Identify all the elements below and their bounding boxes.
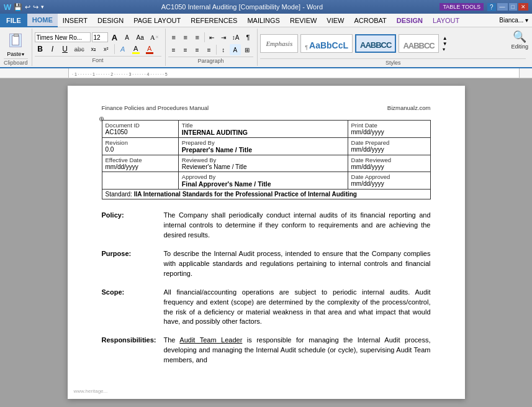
highlight-color-button[interactable]: A — [130, 43, 142, 55]
menu-mailings[interactable]: MAILINGS — [242, 14, 285, 27]
menu-references[interactable]: REFERENCES — [186, 14, 242, 27]
date-reviewed-value: mm/dd/yyyy — [351, 163, 427, 170]
underline-button[interactable]: U — [60, 43, 71, 55]
date-approved-value: mm/dd/yyyy — [351, 180, 427, 187]
font-name-input[interactable] — [35, 32, 91, 42]
table-row: Effective Date mm/dd/yyyy Reviewed By Re… — [102, 155, 430, 172]
reviewed-by-label: Reviewed By — [182, 157, 345, 163]
policy-text: The Company shall periodically conduct i… — [164, 211, 431, 240]
borders-button[interactable]: ⊞ — [241, 44, 253, 55]
align-center-button[interactable]: ≡ — [180, 44, 191, 55]
help-button[interactable]: ? — [487, 3, 496, 11]
paragraph-group: ≡ ≡ ≡ ⇤ ⇥ ↕A ¶ ≡ ≡ ≡ ≡ ↕ A ⊞ Paragraph — [166, 29, 258, 66]
table-cell: Date Approved mm/dd/yyyy — [348, 172, 430, 190]
align-right-button[interactable]: ≡ — [192, 44, 203, 55]
clear-format-button[interactable]: A✕ — [148, 32, 161, 42]
date-prepared-label: Date Prepared — [351, 139, 427, 146]
menu-acrobat[interactable]: ACROBAT — [349, 14, 391, 27]
date-reviewed-label: Date Reviewed — [351, 157, 427, 163]
close-button[interactable]: ✕ — [518, 3, 528, 11]
paste-button[interactable]: Paste ▾ — [6, 30, 25, 57]
style-emphasis[interactable]: Emphasis — [260, 34, 298, 53]
effective-date-label: Effective Date — [106, 157, 175, 163]
strikethrough-button[interactable]: abc — [72, 43, 87, 55]
ribbon: Paste ▾ Clipboard A A Aa A✕ B I U — [0, 27, 532, 68]
document-area[interactable]: Finance Policies and Procedures Manual B… — [0, 78, 532, 407]
file-menu-button[interactable]: FILE — [0, 14, 27, 27]
style-heading1-alt[interactable]: AABBCC — [355, 34, 396, 53]
line-spacing-button[interactable]: ↕ — [218, 44, 229, 55]
table-cell: Revision 0.0 — [102, 138, 178, 155]
justify-button[interactable]: ≡ — [204, 44, 215, 55]
effective-date-value: mm/dd/yyyy — [106, 163, 175, 170]
paste-dropdown-icon[interactable]: ▾ — [22, 52, 24, 57]
editing-button[interactable]: 🔍 Editing — [511, 30, 528, 50]
responsibilities-text: The Audit Team Leader is responsible for… — [164, 336, 431, 365]
change-case-button[interactable]: Aa — [134, 32, 147, 42]
table-standard-row: Standard: IIA International Standards fo… — [102, 190, 430, 199]
user-account[interactable]: Bianca... ▾ — [495, 17, 532, 24]
text-effects-button[interactable]: A — [117, 43, 128, 55]
table-cell: Reviewed By Reviewer's Name / Title — [178, 155, 348, 172]
decrease-indent-button[interactable]: ⇤ — [206, 32, 217, 43]
table-cell: Effective Date mm/dd/yyyy — [102, 155, 178, 172]
table-cell: Prepared By Preparer's Name / Title — [178, 138, 348, 155]
shading-button[interactable]: A — [230, 44, 241, 55]
policy-label: Policy: — [102, 211, 164, 220]
font-size-input[interactable] — [92, 32, 108, 42]
document-info-table: Document ID AC1050 Title INTERNAL AUDITI… — [102, 120, 431, 199]
sort-button[interactable]: ↕A — [230, 32, 242, 43]
paste-label: Paste — [7, 51, 21, 57]
approved-by-value: Final Approver's Name / Title — [182, 180, 345, 188]
menu-home[interactable]: HOME — [27, 14, 58, 27]
italic-button[interactable]: I — [47, 43, 58, 55]
minimize-button[interactable]: — — [497, 3, 508, 11]
multilevel-list-button[interactable]: ≡ — [192, 32, 203, 43]
styles-scroll[interactable]: ▲ ▼ ▾ — [443, 35, 448, 52]
clipboard-group: Paste ▾ Clipboard — [2, 29, 32, 66]
bold-button[interactable]: B — [35, 43, 46, 55]
subscript-button[interactable]: x₂ — [88, 43, 99, 55]
table-row: Document ID AC1050 Title INTERNAL AUDITI… — [102, 121, 430, 138]
scope-label: Scope: — [102, 288, 164, 297]
save-icon[interactable]: 💾 — [14, 3, 22, 11]
font-shrink-button[interactable]: A — [122, 32, 133, 42]
undo-icon[interactable]: ↩ — [25, 3, 30, 11]
ruler: · 1 · · · · · · 1 · · · · · · 2 · · · · … — [0, 68, 532, 78]
superscript-button[interactable]: x² — [101, 43, 112, 55]
menu-page-layout[interactable]: PAGE LAYOUT — [128, 14, 186, 27]
scope-text: All financial/accounting operations are … — [164, 288, 431, 327]
menu-view[interactable]: VIEW — [322, 14, 349, 27]
style-heading2[interactable]: AABBCC — [399, 34, 438, 53]
increase-indent-button[interactable]: ⇥ — [218, 32, 229, 43]
print-date-label: Print Date — [351, 122, 427, 129]
font-grow-button[interactable]: A — [109, 32, 120, 42]
maximize-button[interactable]: □ — [509, 3, 517, 11]
font-color-button[interactable]: A — [143, 43, 156, 55]
paragraph-group-label: Paragraph — [168, 57, 254, 64]
menu-review[interactable]: REVIEW — [285, 14, 322, 27]
menu-design[interactable]: DESIGN — [92, 14, 128, 27]
standard-label: Standard: — [106, 191, 132, 198]
doc-id-label: Document ID — [106, 122, 175, 129]
scope-section: Scope: All financial/accounting operatio… — [102, 288, 431, 327]
date-prepared-value: mm/dd/yyyy — [351, 146, 427, 153]
numbering-button[interactable]: ≡ — [180, 32, 191, 43]
responsibilities-label: Responsibilities: — [102, 336, 164, 345]
style-heading1[interactable]: ¶ AaBbCcL — [300, 34, 353, 53]
revision-label: Revision — [106, 139, 175, 146]
show-hide-button[interactable]: ¶ — [242, 32, 253, 43]
word-app-icon: W — [4, 2, 11, 12]
styles-group: Emphasis ¶ AaBbCcL AABBCC AABBCC ▲ ▼ ▾ S… — [258, 29, 530, 66]
bullets-button[interactable]: ≡ — [168, 32, 179, 43]
revision-value: 0.0 — [106, 146, 175, 153]
align-left-button[interactable]: ≡ — [168, 44, 179, 55]
menu-table-design[interactable]: DESIGN — [392, 14, 428, 27]
editing-label-text: Editing — [511, 43, 528, 50]
menu-insert[interactable]: INSERT — [58, 14, 92, 27]
menu-table-layout[interactable]: LAYOUT — [428, 14, 464, 27]
redo-icon[interactable]: ↪ — [33, 3, 38, 11]
table-cell: Title INTERNAL AUDITING — [178, 121, 348, 138]
responsibilities-section: Responsibilities: The Audit Team Leader … — [102, 336, 431, 365]
font-group-label: Font — [35, 56, 161, 63]
